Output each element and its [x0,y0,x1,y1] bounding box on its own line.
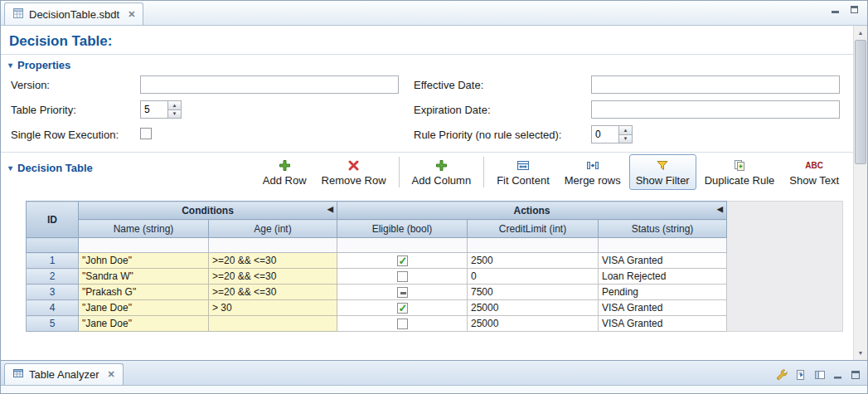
table-priority-label: Table Priority: [11,104,140,116]
rule-priority-input[interactable] [591,125,619,143]
table-row: 3 "Prakash G" >=20 && <=30 7500 Pending [27,285,727,300]
name-cell[interactable]: "Prakash G" [79,285,209,300]
remove-row-button[interactable]: Remove Row [315,154,393,190]
row-id-cell[interactable]: 3 [27,285,79,300]
vertical-scrollbar[interactable]: ▲ ▼ [853,26,867,360]
maximize-view-icon[interactable] [851,370,861,380]
show-text-button[interactable]: ABC Show Text [783,154,846,190]
status-cell[interactable]: Pending [599,285,727,300]
collapse-left-icon[interactable]: ◀ [327,205,333,213]
age-filter-input[interactable] [209,238,337,253]
status-cell[interactable]: VISA Granted [599,316,727,332]
add-row-button[interactable]: Add Row [256,154,313,190]
row-id-cell[interactable]: 5 [27,316,79,332]
eligible-checkbox[interactable] [397,271,408,282]
show-filter-button[interactable]: Show Filter [629,154,696,190]
decision-table-section-label: Decision Table [17,162,93,174]
spin-up-icon[interactable]: ▲ [619,125,633,135]
view-layout-icon[interactable] [814,369,826,381]
minimize-view-icon[interactable] [833,370,843,380]
decision-table-section-header: ▾ Decision Table Add Row Remove Row [1,152,853,192]
table-priority-input[interactable] [140,100,168,119]
eligible-checkbox[interactable] [397,303,408,314]
close-tab-icon[interactable]: ✕ [128,9,135,20]
eligible-filter-input[interactable] [337,238,468,253]
scroll-down-icon[interactable]: ▼ [854,346,867,360]
age-column-header[interactable]: Age (int) [209,220,337,238]
creditlimit-cell[interactable]: 25000 [468,316,599,332]
editor-tab-decisiontable[interactable]: DecisionTable.sbdt ✕ [4,2,143,25]
fit-content-button[interactable]: Fit Content [490,154,556,190]
effective-date-input[interactable] [591,75,840,94]
decision-table-toolbar: Add Row Remove Row Add Column Fit Con [255,153,846,192]
status-cell[interactable]: Loan Rejected [599,269,727,285]
name-cell[interactable]: "John Doe" [79,253,209,269]
add-icon [279,158,291,172]
name-cell[interactable]: "Jane Doe" [79,300,209,316]
id-column-header[interactable]: ID [27,202,79,238]
creditlimit-cell[interactable]: 2500 [468,253,599,269]
spin-up-icon[interactable]: ▲ [168,100,182,110]
export-page-icon[interactable] [795,369,807,381]
creditlimit-cell[interactable]: 0 [468,269,599,285]
row-id-cell[interactable]: 4 [27,300,79,316]
bottom-tab-label: Table Analyzer [29,368,99,381]
eligible-cell[interactable] [337,316,468,332]
row-id-cell[interactable]: 2 [27,269,79,285]
duplicate-rule-button[interactable]: Duplicate Rule [698,154,782,190]
actions-group-header[interactable]: Actions ◀ [337,202,727,220]
show-text-label: Show Text [789,174,839,187]
minimize-icon[interactable] [831,5,840,14]
spin-down-icon[interactable]: ▼ [619,135,633,144]
status-filter-input[interactable] [599,238,727,253]
eligible-checkbox[interactable] [397,319,408,329]
properties-section-toggle[interactable]: ▾ Properties [1,55,853,73]
eligible-cell[interactable] [337,253,468,269]
status-cell[interactable]: VISA Granted [599,300,727,316]
conditions-group-header[interactable]: Conditions ◀ [79,202,337,220]
age-cell[interactable]: >=20 && <=30 [209,285,337,300]
creditlimit-column-header[interactable]: CreditLimit (int) [468,220,599,238]
merge-rows-button[interactable]: Merge rows [558,154,628,190]
name-cell[interactable]: "Jane Doe" [79,316,209,332]
close-tab-icon[interactable]: ✕ [108,369,115,380]
name-cell[interactable]: "Sandra W" [79,269,209,285]
decision-table-section-toggle[interactable]: ▾ Decision Table [8,162,93,174]
status-column-header[interactable]: Status (string) [599,220,727,238]
eligible-cell[interactable] [337,269,468,285]
eligible-cell[interactable] [337,300,468,316]
expiration-date-input[interactable] [591,100,840,119]
name-filter-input[interactable] [79,238,209,253]
age-cell[interactable]: >=20 && <=30 [209,269,337,285]
age-cell[interactable]: >=20 && <=30 [209,253,337,269]
table-analyzer-tab[interactable]: Table Analyzer ✕ [4,363,124,385]
age-cell[interactable] [209,316,337,332]
eligible-column-header[interactable]: Eligible (bool) [337,220,468,238]
age-cell[interactable]: > 30 [209,300,337,316]
collapse-left-icon[interactable]: ◀ [717,205,723,213]
creditlimit-filter-input[interactable] [468,238,599,253]
status-cell[interactable]: VISA Granted [599,253,727,269]
maximize-icon[interactable] [850,5,859,14]
wrench-icon[interactable] [775,368,788,381]
abc-icon: ABC [805,158,823,172]
version-input[interactable] [140,75,399,94]
single-row-execution-label: Single Row Execution: [11,129,140,141]
creditlimit-cell[interactable]: 7500 [468,285,599,300]
spin-down-icon[interactable]: ▼ [168,110,182,119]
eligible-checkbox[interactable] [397,255,408,266]
name-column-header[interactable]: Name (string) [79,220,209,238]
scrollbar-thumb[interactable] [855,40,866,164]
single-row-execution-checkbox[interactable] [140,128,152,139]
row-id-cell[interactable]: 1 [27,253,79,269]
eligible-cell[interactable] [337,285,468,300]
expiration-date-label: Expiration Date: [414,104,591,116]
eligible-checkbox[interactable] [397,287,408,298]
creditlimit-cell[interactable]: 25000 [468,300,599,316]
add-column-button[interactable]: Add Column [405,154,478,190]
scroll-up-icon[interactable]: ▲ [854,26,867,40]
table-row: 2 "Sandra W" >=20 && <=30 0 Loan Rejecte… [27,269,727,285]
collapse-triangle-icon: ▾ [8,61,12,70]
application-window: DecisionTable.sbdt ✕ Decision Table: ▾ P… [0,0,868,394]
version-label: Version: [11,79,140,91]
